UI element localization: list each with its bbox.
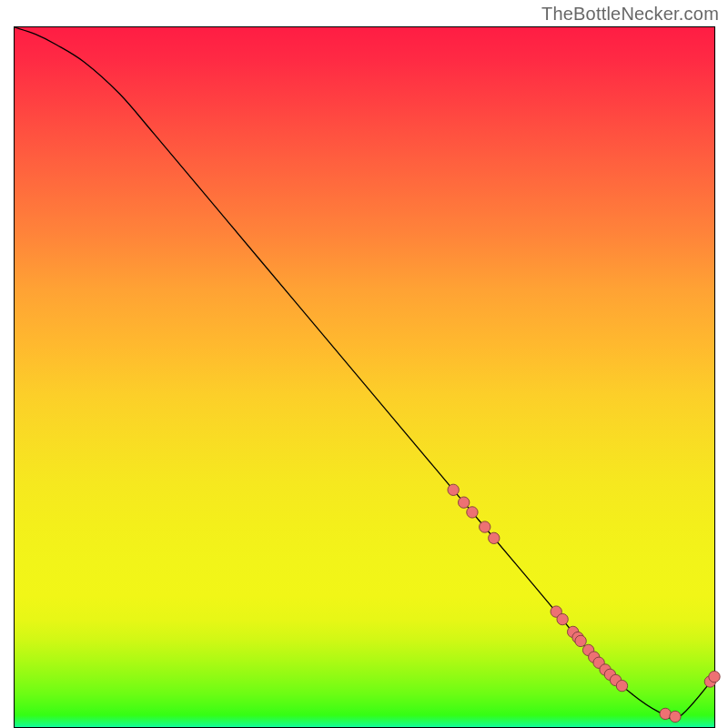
- chart-svg: [15, 27, 714, 727]
- data-marker: [448, 484, 459, 495]
- chart-container: TheBottleNecker.com: [0, 0, 728, 728]
- data-marker: [575, 635, 586, 646]
- data-marker: [709, 671, 720, 682]
- plot-area: [14, 26, 715, 728]
- data-marker: [489, 532, 500, 543]
- curve-line: [15, 27, 714, 719]
- attribution-label: TheBottleNecker.com: [541, 4, 719, 25]
- data-marker: [670, 711, 681, 722]
- markers-group: [448, 484, 720, 723]
- data-marker: [616, 680, 627, 691]
- data-marker: [557, 613, 568, 624]
- data-marker: [459, 497, 470, 508]
- data-marker: [467, 507, 478, 518]
- data-marker: [480, 521, 490, 532]
